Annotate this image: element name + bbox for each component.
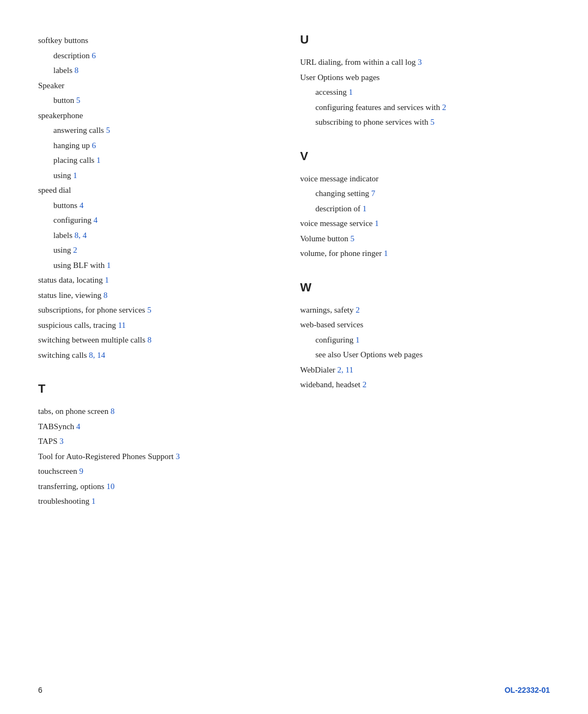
index-entry: tabs, on phone screen 8 xyxy=(38,405,267,419)
page-ref: 2 xyxy=(442,103,446,112)
index-entry: status line, viewing 8 xyxy=(38,289,267,303)
u-entries: URL dialing, from within a call log 3Use… xyxy=(300,56,550,130)
page-ref: 1 xyxy=(73,171,77,180)
index-entry: accessing 1 xyxy=(315,86,550,100)
page-ref: 8 xyxy=(103,291,108,300)
page-ref: 1 xyxy=(107,261,111,270)
index-entry: transferring, options 10 xyxy=(38,480,267,494)
page-ref: 1 xyxy=(105,276,109,284)
page-ref: 1 xyxy=(384,249,388,258)
index-entry: wideband, headset 2 xyxy=(300,378,550,392)
index-entry: placing calls 1 xyxy=(53,154,267,168)
index-entry: subscriptions, for phone services 5 xyxy=(38,303,267,318)
page-ref: 1 xyxy=(356,335,360,344)
index-entry: description of 1 xyxy=(315,202,550,216)
left-entries: softkey buttonsdescription 6labels 8Spea… xyxy=(38,34,267,362)
index-entry: button 5 xyxy=(53,94,267,108)
u-header: U xyxy=(300,33,550,47)
index-entry: configuring features and services with 2 xyxy=(315,101,550,115)
index-entry: Speaker xyxy=(38,79,267,93)
doc-number: OL-22332-01 xyxy=(505,686,550,694)
page-ref: 1 xyxy=(96,156,101,164)
index-entry: volume, for phone ringer 1 xyxy=(300,247,550,261)
page-ref: 8 xyxy=(75,66,79,75)
page-ref: 6 xyxy=(92,141,96,150)
index-entry: voice message indicator xyxy=(300,172,550,186)
index-entry: TAPS 3 xyxy=(38,435,267,449)
index-entry: answering calls 5 xyxy=(53,124,267,138)
left-column: softkey buttonsdescription 6labels 8Spea… xyxy=(38,33,284,681)
t-header: T xyxy=(38,382,267,396)
page-ref: 11 xyxy=(118,321,126,329)
page-ref: 5 xyxy=(76,96,81,105)
page-ref: 8 xyxy=(111,407,115,416)
page-number: 6 xyxy=(38,686,42,694)
t-entries: tabs, on phone screen 8TABSynch 4TAPS 3T… xyxy=(38,405,267,509)
page-ref: 4 xyxy=(94,216,98,224)
page-ref: 5 xyxy=(350,234,354,243)
index-entry: using BLF with 1 xyxy=(53,259,267,273)
page-ref: 4 xyxy=(76,422,81,431)
index-entry: speakerphone xyxy=(38,109,267,123)
index-entry: configuring 4 xyxy=(53,213,267,228)
index-entry: configuring 1 xyxy=(315,333,550,347)
footer: 6 OL-22332-01 xyxy=(38,686,550,694)
t-section: T tabs, on phone screen 8TABSynch 4TAPS … xyxy=(38,382,267,509)
right-column: U URL dialing, from within a call log 3U… xyxy=(284,33,550,681)
v-header: V xyxy=(300,149,550,163)
index-entry: labels 8 xyxy=(53,64,267,78)
index-entry: using 1 xyxy=(53,169,267,183)
page-ref: 7 xyxy=(371,189,376,198)
page-ref: 1 xyxy=(91,497,96,505)
page-ref: 2 xyxy=(363,380,367,389)
page-ref: 9 xyxy=(79,467,83,475)
page-ref: 3 xyxy=(418,58,422,66)
v-section: V voice message indicatorchanging settin… xyxy=(300,149,550,261)
index-entry: status data, locating 1 xyxy=(38,273,267,288)
page-ref: 3 xyxy=(176,452,180,461)
page-ref: 2, 11 xyxy=(338,365,353,374)
index-entry: switching between multiple calls 8 xyxy=(38,333,267,347)
page-ref: 5 xyxy=(106,126,111,135)
page-ref: 2 xyxy=(356,306,360,314)
index-entry: TABSynch 4 xyxy=(38,420,267,434)
index-entry: suspicious calls, tracing 11 xyxy=(38,319,267,333)
page-ref: 8 xyxy=(148,335,152,344)
index-entry: touchscreen 9 xyxy=(38,465,267,479)
index-entry: using 2 xyxy=(53,243,267,258)
page-ref: 4 xyxy=(79,201,84,210)
page-ref: 5 xyxy=(147,306,151,314)
index-entry: see also User Options web pages xyxy=(315,348,550,362)
v-entries: voice message indicatorchanging setting … xyxy=(300,172,550,261)
index-entry: changing setting 7 xyxy=(315,187,550,201)
page-ref: 10 xyxy=(106,482,114,491)
index-entry: Tool for Auto-Registered Phones Support … xyxy=(38,450,267,464)
index-entry: speed dial xyxy=(38,184,267,198)
page: softkey buttonsdescription 6labels 8Spea… xyxy=(0,0,588,714)
page-ref: 1 xyxy=(375,219,379,228)
index-entry: softkey buttons xyxy=(38,34,267,48)
index-entry: Volume button 5 xyxy=(300,232,550,246)
page-ref: 2 xyxy=(73,246,77,254)
s-section: softkey buttonsdescription 6labels 8Spea… xyxy=(38,34,267,362)
w-section: W warnings, safety 2web-based servicesco… xyxy=(300,280,550,392)
index-entry: troubleshooting 1 xyxy=(38,495,267,509)
index-entry: URL dialing, from within a call log 3 xyxy=(300,56,550,70)
index-entry: subscribing to phone services with 5 xyxy=(315,115,550,130)
page-ref: 3 xyxy=(59,437,64,446)
page-ref: 8, 14 xyxy=(89,351,105,359)
index-entry: WebDialer 2, 11 xyxy=(300,363,550,377)
page-ref: 1 xyxy=(363,204,367,213)
index-entry: User Options web pages xyxy=(300,71,550,85)
page-ref: 6 xyxy=(91,51,96,60)
index-entry: hanging up 6 xyxy=(53,139,267,153)
u-section: U URL dialing, from within a call log 3U… xyxy=(300,33,550,130)
index-entry: web-based services xyxy=(300,318,550,332)
page-ref: 5 xyxy=(430,118,434,126)
page-ref: 8, 4 xyxy=(75,231,87,240)
index-entry: labels 8, 4 xyxy=(53,229,267,243)
index-entry: switching calls 8, 14 xyxy=(38,349,267,363)
index-entry: warnings, safety 2 xyxy=(300,303,550,318)
page-ref: 1 xyxy=(348,88,353,96)
index-entry: description 6 xyxy=(53,49,267,63)
